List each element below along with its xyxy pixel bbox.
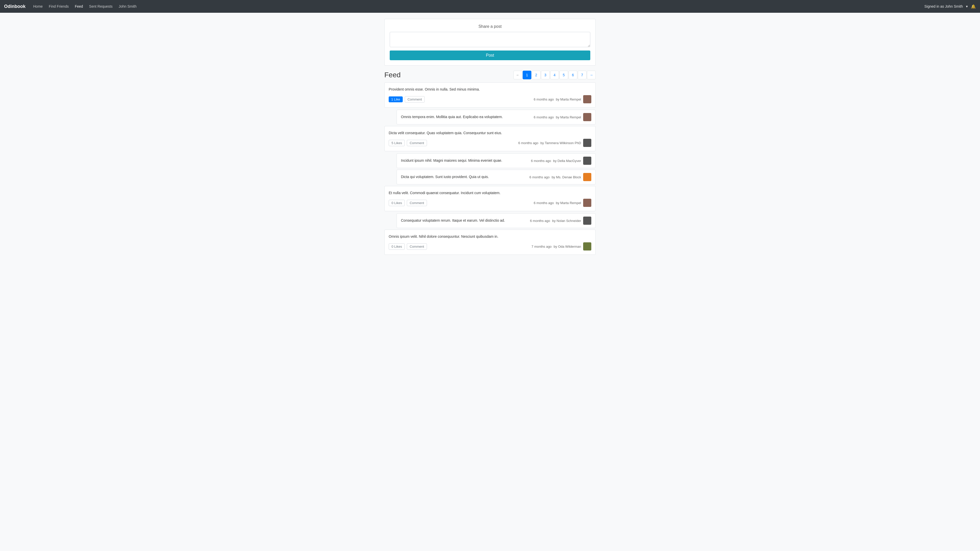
post-actions-left: 0 Likes Comment <box>389 200 427 206</box>
comment-button[interactable]: Comment <box>407 140 427 146</box>
post-meta: 6 months ago by Tammera Wilkinson PhD <box>518 139 591 147</box>
comment-time: 6 months ago <box>530 219 550 223</box>
comment-time: 6 months ago <box>534 115 554 119</box>
pagination: ← 1 2 3 4 5 6 7 → <box>514 71 596 79</box>
comment-meta: 6 months ago by Nolan Schneider <box>530 217 591 225</box>
like-button[interactable]: 0 Likes <box>389 243 405 250</box>
like-button[interactable]: 5 Likes <box>389 140 405 146</box>
page-7[interactable]: 7 <box>578 71 587 79</box>
post-button[interactable]: Post <box>390 51 590 60</box>
signed-in-text: Signed in as John Smith <box>924 4 963 8</box>
main-container: Share a post Post Feed ← 1 2 3 4 5 6 7 →… <box>380 19 600 255</box>
comment-button[interactable]: Comment <box>407 200 427 206</box>
post-time: 6 months ago <box>534 201 554 205</box>
comment-text: Consequatur voluptatem rerum. Itaque et … <box>401 218 526 223</box>
feed-title: Feed <box>384 71 401 79</box>
page-prev[interactable]: ← <box>514 71 522 79</box>
page-5[interactable]: 5 <box>559 71 568 79</box>
comment-meta: 6 months ago by Della MacGyver <box>531 157 591 165</box>
post-time: 6 months ago <box>518 141 538 145</box>
post-actions-left: 0 Likes Comment <box>389 243 427 250</box>
avatar <box>583 139 591 147</box>
nav-sent-requests[interactable]: Sent Requests <box>86 3 115 10</box>
comment-avatar <box>583 173 591 181</box>
comment-author: by Marta Rempel <box>556 115 581 119</box>
post-author: by Oda Wilderman <box>554 245 581 248</box>
post-text: Et nulla velit. Commodi quaerat consequa… <box>389 190 591 196</box>
post-meta: 6 months ago by Marta Rempel <box>534 199 591 207</box>
post-time: 6 months ago <box>534 97 554 101</box>
post-card: Omnis ipsum velit. Nihil dolore consequu… <box>384 230 596 255</box>
page-next[interactable]: → <box>587 71 596 79</box>
avatar <box>583 242 591 251</box>
comment-text: Omnis tempora enim. Mollitia quia aut. E… <box>401 114 530 120</box>
comment-time: 6 months ago <box>530 175 550 179</box>
share-post-title: Share a post <box>390 24 590 29</box>
page-2[interactable]: 2 <box>532 71 541 79</box>
comment-author: by Della MacGyver <box>553 159 581 163</box>
post-actions-left: 1 Like Comment <box>389 96 425 103</box>
comment-card: Omnis tempora enim. Mollitia quia aut. E… <box>396 110 596 124</box>
nav-feed[interactable]: Feed <box>72 3 86 10</box>
post-actions-row: 1 Like Comment 6 months ago by Marta Rem… <box>389 95 591 103</box>
avatar <box>583 95 591 103</box>
comment-avatar <box>583 217 591 225</box>
bell-icon[interactable]: 🔔 <box>971 4 976 9</box>
post-meta: 6 months ago by Marta Rempel <box>534 95 591 103</box>
navbar: Odinbook Home Find Friends Feed Sent Req… <box>0 0 980 13</box>
avatar <box>583 199 591 207</box>
comment-button[interactable]: Comment <box>407 243 427 250</box>
post-card: Et nulla velit. Commodi quaerat consequa… <box>384 186 596 211</box>
post-text: Dicta velit consequatur. Quas voluptatem… <box>389 130 591 136</box>
post-author: by Marta Rempel <box>556 97 581 101</box>
post-card: Provident omnis esse. Omnis in nulla. Se… <box>384 83 596 108</box>
nav-find-friends[interactable]: Find Friends <box>46 3 71 10</box>
comment-card: Dicta qui voluptatem. Sunt iusto provide… <box>396 170 596 184</box>
post-meta: 7 months ago by Oda Wilderman <box>531 242 591 251</box>
post-actions-row: 0 Likes Comment 7 months ago by Oda Wild… <box>389 242 591 251</box>
nav-links: Home Find Friends Feed Sent Requests Joh… <box>30 3 924 10</box>
comment-button[interactable]: Comment <box>405 96 425 103</box>
post-textarea[interactable] <box>390 32 590 47</box>
post-actions-row: 5 Likes Comment 6 months ago by Tammera … <box>389 139 591 147</box>
comment-text: Incidunt ipsum nihil. Magni maiores sequ… <box>401 158 527 163</box>
comment-time: 6 months ago <box>531 159 551 163</box>
like-button[interactable]: 1 Like <box>389 97 403 102</box>
nav-home[interactable]: Home <box>30 3 45 10</box>
comment-card: Consequatur voluptatem rerum. Itaque et … <box>396 213 596 228</box>
page-4[interactable]: 4 <box>550 71 559 79</box>
comment-avatar <box>583 157 591 165</box>
page-3[interactable]: 3 <box>541 71 550 79</box>
post-card: Dicta velit consequatur. Quas voluptatem… <box>384 126 596 151</box>
comment-card: Incidunt ipsum nihil. Magni maiores sequ… <box>396 153 596 168</box>
page-1[interactable]: 1 <box>523 71 531 79</box>
page-6[interactable]: 6 <box>569 71 577 79</box>
post-actions-left: 5 Likes Comment <box>389 140 427 146</box>
comment-avatar <box>583 113 591 121</box>
dropdown-arrow-icon[interactable]: ▾ <box>966 4 968 8</box>
nav-profile[interactable]: John Smith <box>116 3 139 10</box>
like-button[interactable]: 0 Likes <box>389 200 405 206</box>
brand-link[interactable]: Odinbook <box>4 4 25 9</box>
comment-meta: 6 months ago by Marta Rempel <box>534 113 591 121</box>
comment-author: by Ms. Denae Block <box>552 175 581 179</box>
share-post-card: Share a post Post <box>384 19 596 65</box>
comment-text: Dicta qui voluptatem. Sunt iusto provide… <box>401 175 525 179</box>
post-author: by Marta Rempel <box>556 201 581 205</box>
comment-meta: 6 months ago by Ms. Denae Block <box>530 173 591 181</box>
navbar-right: Signed in as John Smith ▾ 🔔 <box>924 4 976 9</box>
feed-header: Feed ← 1 2 3 4 5 6 7 → <box>384 71 596 79</box>
post-text: Provident omnis esse. Omnis in nulla. Se… <box>389 87 591 92</box>
post-author: by Tammera Wilkinson PhD <box>541 141 581 145</box>
comment-author: by Nolan Schneider <box>552 219 581 223</box>
post-actions-row: 0 Likes Comment 6 months ago by Marta Re… <box>389 199 591 207</box>
post-time: 7 months ago <box>531 245 552 248</box>
post-text: Omnis ipsum velit. Nihil dolore consequu… <box>389 234 591 239</box>
